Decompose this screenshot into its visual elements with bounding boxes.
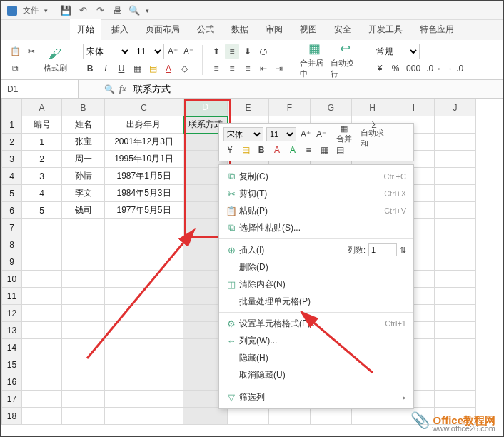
border-icon[interactable]: ▦ bbox=[130, 61, 144, 76]
italic-button[interactable]: I bbox=[99, 61, 113, 76]
ctx-copy[interactable]: ⧉复制(C)Ctrl+C bbox=[219, 168, 413, 185]
ctx-filter-col[interactable]: ▽筛选列▸ bbox=[219, 388, 413, 406]
cell[interactable]: 1995年10月1日 bbox=[105, 151, 183, 168]
cell[interactable]: 孙情 bbox=[62, 168, 105, 185]
tab-start[interactable]: 开始 bbox=[70, 19, 101, 40]
row-header[interactable]: 9 bbox=[2, 253, 22, 271]
cell[interactable]: 姓名 bbox=[62, 116, 105, 134]
align-top-icon[interactable]: ⬆ bbox=[209, 44, 223, 59]
row-header[interactable]: 1 bbox=[2, 116, 22, 134]
undo-icon[interactable]: ↶ bbox=[77, 5, 89, 16]
save-icon[interactable]: 💾 bbox=[60, 5, 71, 16]
row-header[interactable]: 10 bbox=[2, 271, 22, 288]
ctx-hide[interactable]: 隐藏(H) bbox=[219, 349, 413, 366]
grow-font-icon[interactable]: A⁺ bbox=[166, 44, 180, 59]
font-color-icon[interactable]: A bbox=[161, 61, 176, 76]
mini-highlight-icon[interactable]: A bbox=[286, 143, 299, 157]
cut-icon[interactable]: ✂ bbox=[24, 44, 39, 59]
row-header[interactable]: 16 bbox=[2, 373, 22, 391]
col-header-a[interactable]: A bbox=[22, 99, 62, 116]
col-header-f[interactable]: F bbox=[269, 99, 311, 116]
mini-font-select[interactable]: 宋体 bbox=[223, 127, 263, 141]
orientation-icon[interactable]: ⭯ bbox=[256, 44, 271, 59]
row-header[interactable]: 12 bbox=[2, 305, 22, 322]
redo-icon[interactable]: ↷ bbox=[94, 5, 106, 16]
tab-view[interactable]: 视图 bbox=[293, 19, 324, 40]
row-header[interactable]: 14 bbox=[2, 339, 22, 356]
mini-size-select[interactable]: 11 bbox=[266, 127, 296, 141]
find-icon[interactable]: 🔍 bbox=[104, 84, 115, 94]
align-right-icon[interactable]: ≡ bbox=[241, 61, 255, 76]
tab-formulas[interactable]: 公式 bbox=[190, 19, 221, 40]
row-header[interactable]: 8 bbox=[2, 236, 22, 253]
ctx-cut[interactable]: ✂剪切(T)Ctrl+X bbox=[219, 185, 413, 202]
row-header[interactable]: 18 bbox=[2, 408, 22, 425]
cell[interactable]: 4 bbox=[22, 185, 62, 202]
bold-button[interactable]: B bbox=[83, 61, 97, 76]
cell[interactable]: 张宝 bbox=[62, 134, 105, 151]
col-header-j[interactable]: J bbox=[435, 99, 476, 116]
cell[interactable] bbox=[435, 116, 476, 134]
name-box[interactable]: D1 bbox=[1, 80, 79, 98]
inc-decimal-icon[interactable]: .0→ bbox=[424, 61, 444, 76]
cell[interactable]: 3 bbox=[22, 168, 62, 185]
qat-more[interactable]: ▾ bbox=[146, 7, 149, 14]
number-format-select[interactable]: 常规 bbox=[373, 44, 420, 59]
ctx-paste-special[interactable]: ⧉选择性粘贴(S)... bbox=[219, 219, 413, 236]
ctx-unhide[interactable]: 取消隐藏(U) bbox=[219, 366, 413, 383]
ctx-batch[interactable]: 批量处理单元格(P) bbox=[219, 293, 413, 310]
col-header-d[interactable]: D bbox=[183, 99, 228, 116]
row-header[interactable]: 2 bbox=[2, 134, 22, 151]
merge-center-button[interactable]: ▦ 合并居中 bbox=[300, 44, 328, 76]
row-header[interactable]: 13 bbox=[2, 322, 22, 339]
paste-icon[interactable]: 📋 bbox=[8, 44, 23, 59]
mini-shrink-font-icon[interactable]: A⁻ bbox=[315, 127, 328, 141]
font-size-select[interactable]: 11 bbox=[133, 44, 164, 59]
tab-layout[interactable]: 页面布局 bbox=[138, 19, 187, 40]
select-all-corner[interactable] bbox=[2, 99, 22, 116]
cell[interactable]: 5 bbox=[22, 202, 62, 219]
preview-icon[interactable]: 🔍 bbox=[128, 5, 140, 16]
indent-dec-icon[interactable]: ⇤ bbox=[256, 61, 271, 76]
col-header-e[interactable]: E bbox=[228, 99, 269, 116]
insert-count-input[interactable] bbox=[368, 243, 397, 256]
mini-merge-button[interactable]: ▦合并 bbox=[331, 124, 358, 144]
row-header[interactable]: 3 bbox=[2, 151, 22, 168]
underline-button[interactable]: U bbox=[114, 61, 128, 76]
cell[interactable]: 李文 bbox=[62, 185, 105, 202]
dec-decimal-icon[interactable]: ←.0 bbox=[445, 61, 465, 76]
align-middle-icon[interactable]: ≡ bbox=[225, 44, 239, 59]
ctx-clear[interactable]: ◫清除内容(N) bbox=[219, 276, 413, 293]
cell[interactable]: 出身年月 bbox=[105, 116, 183, 134]
mini-grow-font-icon[interactable]: A⁺ bbox=[299, 127, 312, 141]
cell[interactable]: 1 bbox=[22, 134, 62, 151]
mini-border-icon[interactable]: ▦ bbox=[318, 143, 331, 157]
mini-format-icon[interactable]: ▤ bbox=[333, 143, 346, 157]
mini-fill-icon[interactable]: ▤ bbox=[239, 143, 252, 157]
file-menu[interactable]: 文件 bbox=[23, 5, 39, 16]
col-header-b[interactable]: B bbox=[62, 99, 105, 116]
cell[interactable]: 2001年12月3日 bbox=[105, 134, 183, 151]
ctx-format-cells[interactable]: ⚙设置单元格格式(F)...Ctrl+1 bbox=[219, 315, 413, 332]
row-header[interactable]: 5 bbox=[2, 185, 22, 202]
align-left-icon[interactable]: ≡ bbox=[209, 61, 223, 76]
tab-insert[interactable]: 插入 bbox=[104, 19, 136, 40]
ctx-insert[interactable]: ⊕插入(I)列数:⇅ bbox=[219, 241, 413, 258]
clear-format-icon[interactable]: ◇ bbox=[177, 61, 191, 76]
tab-dev[interactable]: 开发工具 bbox=[361, 19, 410, 40]
currency-icon[interactable]: ¥ bbox=[373, 61, 387, 76]
row-header[interactable]: 17 bbox=[2, 391, 22, 408]
thousands-icon[interactable]: 000 bbox=[404, 61, 423, 76]
ctx-paste[interactable]: 📋粘贴(P)Ctrl+V bbox=[219, 202, 413, 219]
cell[interactable]: 2 bbox=[22, 151, 62, 168]
auto-wrap-button[interactable]: ↩ 自动换行 bbox=[331, 44, 359, 76]
fill-color-icon[interactable]: ▤ bbox=[146, 61, 160, 76]
tab-data[interactable]: 数据 bbox=[224, 19, 256, 40]
format-painter-button[interactable]: 🖌 格式刷 bbox=[41, 44, 69, 76]
print-icon[interactable]: 🖶 bbox=[111, 5, 123, 16]
row-header[interactable]: 15 bbox=[2, 356, 22, 373]
tab-security[interactable]: 安全 bbox=[327, 19, 358, 40]
row-header[interactable]: 4 bbox=[2, 168, 22, 185]
mini-font-color-icon[interactable]: A bbox=[271, 143, 283, 157]
ctx-col-width[interactable]: ↔列宽(W)... bbox=[219, 332, 413, 349]
